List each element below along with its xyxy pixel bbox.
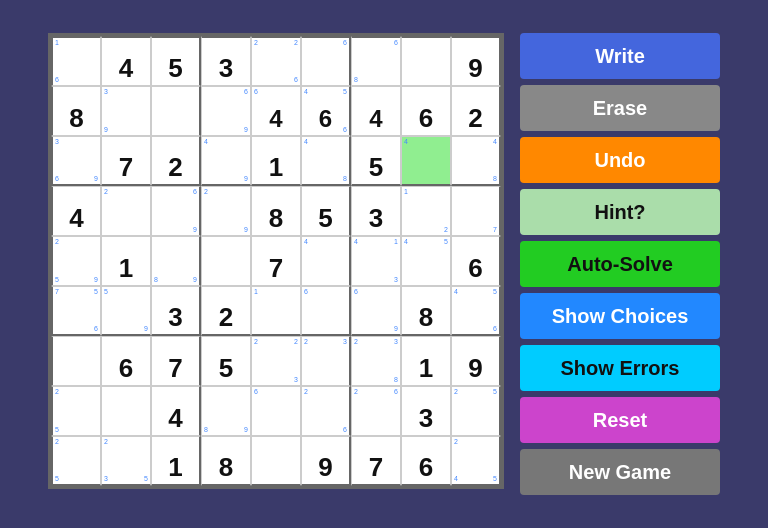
hint-br: 6: [493, 325, 497, 333]
write-button[interactable]: Write: [520, 33, 720, 79]
cell-r0c4[interactable]: 226: [251, 36, 301, 86]
cell-r2c5[interactable]: 48: [301, 136, 351, 186]
cell-r6c2[interactable]: 7: [151, 336, 201, 386]
cell-r5c2[interactable]: 3: [151, 286, 201, 336]
cell-r3c6[interactable]: 3: [351, 186, 401, 236]
cell-r5c5[interactable]: 6: [301, 286, 351, 336]
cell-r2c0[interactable]: 369: [51, 136, 101, 186]
showerrors-button[interactable]: Show Errors: [520, 345, 720, 391]
cell-r0c5[interactable]: 6: [301, 36, 351, 86]
cell-r3c2[interactable]: 69: [151, 186, 201, 236]
cell-r1c3[interactable]: 69: [201, 86, 251, 136]
cell-r8c4[interactable]: [251, 436, 301, 486]
cell-r7c8[interactable]: 25: [451, 386, 501, 436]
cell-r7c5[interactable]: 26: [301, 386, 351, 436]
cell-r1c7[interactable]: 6: [401, 86, 451, 136]
cell-r8c2[interactable]: 1: [151, 436, 201, 486]
cell-r7c1[interactable]: [101, 386, 151, 436]
hint-br: 9: [244, 226, 248, 234]
cell-r7c2[interactable]: 4: [151, 386, 201, 436]
cell-r4c8[interactable]: 6: [451, 236, 501, 286]
cell-r4c1[interactable]: 1: [101, 236, 151, 286]
cell-r5c6[interactable]: 69: [351, 286, 401, 336]
cell-r4c2[interactable]: 89: [151, 236, 201, 286]
cell-r4c5[interactable]: 4: [301, 236, 351, 286]
cell-r7c7[interactable]: 3: [401, 386, 451, 436]
cell-r6c7[interactable]: 1: [401, 336, 451, 386]
cell-r5c7[interactable]: 8: [401, 286, 451, 336]
cell-r8c3[interactable]: 8: [201, 436, 251, 486]
cell-value: 4: [102, 55, 150, 81]
cell-r6c5[interactable]: 23: [301, 336, 351, 386]
cell-r2c7[interactable]: 4: [401, 136, 451, 186]
cell-r4c0[interactable]: 259: [51, 236, 101, 286]
cell-r7c0[interactable]: 25: [51, 386, 101, 436]
hint-tr: 2: [294, 39, 298, 47]
cell-r0c8[interactable]: 9: [451, 36, 501, 86]
cell-r4c6[interactable]: 413: [351, 236, 401, 286]
hint-tr: 6: [244, 88, 248, 96]
cell-r6c8[interactable]: 9: [451, 336, 501, 386]
erase-button[interactable]: Erase: [520, 85, 720, 131]
hint-tl: 2: [254, 39, 258, 47]
cell-r6c4[interactable]: 223: [251, 336, 301, 386]
cell-r2c2[interactable]: 2: [151, 136, 201, 186]
cell-r6c0[interactable]: [51, 336, 101, 386]
cell-r3c5[interactable]: 5: [301, 186, 351, 236]
showchoices-button[interactable]: Show Choices: [520, 293, 720, 339]
cell-r6c6[interactable]: 238: [351, 336, 401, 386]
cell-r3c0[interactable]: 4: [51, 186, 101, 236]
cell-r4c3[interactable]: [201, 236, 251, 286]
cell-r3c7[interactable]: 12: [401, 186, 451, 236]
cell-r1c0[interactable]: 8: [51, 86, 101, 136]
hint-tr: 5: [343, 88, 347, 96]
cell-r3c8[interactable]: 7: [451, 186, 501, 236]
cell-r8c1[interactable]: 235: [101, 436, 151, 486]
cell-r2c3[interactable]: 49: [201, 136, 251, 186]
cell-r1c4[interactable]: 46: [251, 86, 301, 136]
cell-r2c6[interactable]: 5: [351, 136, 401, 186]
cell-r5c1[interactable]: 59: [101, 286, 151, 336]
hint-button[interactable]: Hint?: [520, 189, 720, 235]
reset-button[interactable]: Reset: [520, 397, 720, 443]
cell-r6c3[interactable]: 5: [201, 336, 251, 386]
cell-r2c8[interactable]: 48: [451, 136, 501, 186]
cell-r0c0[interactable]: 16: [51, 36, 101, 86]
cell-r8c5[interactable]: 9: [301, 436, 351, 486]
cell-r5c3[interactable]: 2: [201, 286, 251, 336]
cell-r1c6[interactable]: 4: [351, 86, 401, 136]
cell-r7c3[interactable]: 89: [201, 386, 251, 436]
cell-r5c0[interactable]: 756: [51, 286, 101, 336]
cell-r2c1[interactable]: 7: [101, 136, 151, 186]
cell-r0c6[interactable]: 68: [351, 36, 401, 86]
cell-r1c1[interactable]: 39: [101, 86, 151, 136]
cell-r0c1[interactable]: 4: [101, 36, 151, 86]
cell-r7c6[interactable]: 26: [351, 386, 401, 436]
cell-r3c1[interactable]: 2: [101, 186, 151, 236]
cell-r0c3[interactable]: 3: [201, 36, 251, 86]
cell-r3c3[interactable]: 29: [201, 186, 251, 236]
undo-button[interactable]: Undo: [520, 137, 720, 183]
cell-r5c4[interactable]: 1: [251, 286, 301, 336]
hint-bl: 8: [154, 276, 158, 284]
cell-r0c2[interactable]: 5: [151, 36, 201, 86]
hint-br: 5: [493, 475, 497, 483]
cell-r8c6[interactable]: 7: [351, 436, 401, 486]
cell-r4c7[interactable]: 45: [401, 236, 451, 286]
cell-r1c2[interactable]: [151, 86, 201, 136]
hint-br: 5: [144, 475, 148, 483]
cell-r8c0[interactable]: 25: [51, 436, 101, 486]
cell-r5c8[interactable]: 456: [451, 286, 501, 336]
cell-r8c7[interactable]: 6: [401, 436, 451, 486]
cell-r6c1[interactable]: 6: [101, 336, 151, 386]
cell-r1c5[interactable]: 6456: [301, 86, 351, 136]
cell-r3c4[interactable]: 8: [251, 186, 301, 236]
cell-r4c4[interactable]: 7: [251, 236, 301, 286]
cell-r1c8[interactable]: 2: [451, 86, 501, 136]
newgame-button[interactable]: New Game: [520, 449, 720, 495]
cell-r2c4[interactable]: 1: [251, 136, 301, 186]
cell-r7c4[interactable]: 6: [251, 386, 301, 436]
cell-r8c8[interactable]: 245: [451, 436, 501, 486]
cell-r0c7[interactable]: [401, 36, 451, 86]
autosolve-button[interactable]: Auto-Solve: [520, 241, 720, 287]
